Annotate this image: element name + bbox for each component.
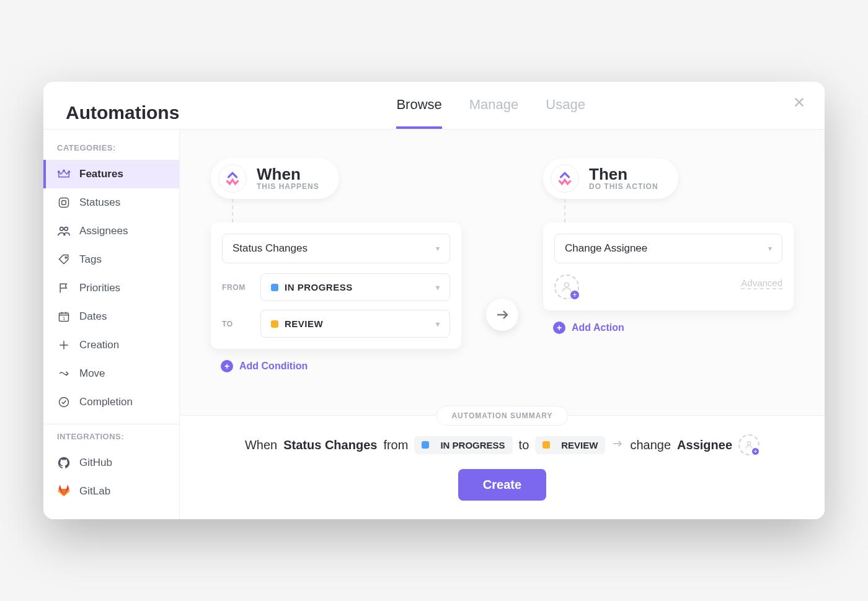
sidebar-item-move[interactable]: Move [43,359,179,388]
modal-body: CATEGORIES: Features Statuses Assignees [43,129,825,519]
add-condition-label: Add Condition [239,361,308,372]
automation-builder: When THIS HAPPENS Status Changes ▾ FROM [180,129,825,519]
flag-icon [57,281,71,295]
sidebar-item-label: Tags [79,253,102,266]
gitlab-icon [57,485,71,498]
close-button[interactable] [792,95,806,112]
sidebar-item-dates[interactable]: 1 Dates [43,302,179,331]
assignees-icon [57,224,71,238]
chevron-down-icon: ▾ [436,283,440,292]
arrow-right-icon [611,437,624,453]
trigger-card: Status Changes ▾ FROM IN PROGRESS ▾ [211,222,461,349]
summary-to: to [519,438,529,452]
to-label: TO [222,320,252,328]
summary-to-status: REVIEW [561,440,598,450]
summary-assignee: Assignee [677,438,732,452]
summary-line: When Status Changes from IN PROGRESS to … [205,428,800,455]
trigger-to-action-arrow [486,299,518,331]
page-title: Automations [66,102,179,123]
clickup-logo-icon [551,164,579,193]
chevron-down-icon: ▾ [768,244,772,253]
status-color-dot [422,441,429,449]
close-icon [792,95,806,109]
tab-browse[interactable]: Browse [396,97,441,129]
when-subtitle: THIS HAPPENS [257,182,319,191]
create-button[interactable]: Create [458,469,546,501]
sidebar-item-statuses[interactable]: Statuses [43,188,179,217]
status-color-dot [271,284,278,291]
when-header-pill: When THIS HAPPENS [211,158,339,199]
clickup-logo-icon [218,164,247,193]
summary-badge: AUTOMATION SUMMARY [436,406,568,426]
action-select-value: Change Assignee [565,242,647,255]
then-column: Then DO THIS ACTION Change Assignee ▾ [543,158,794,334]
sidebar-categories-label: CATEGORIES: [43,143,179,160]
add-action-button[interactable]: + Add Action [553,322,624,334]
github-icon [57,456,71,470]
add-action-label: Add Action [572,322,624,333]
svg-point-8 [64,227,68,231]
then-title: Then [589,166,658,182]
summary-trigger: Status Changes [283,438,377,452]
check-circle-icon [57,395,71,409]
sidebar-item-priorities[interactable]: Priorities [43,274,179,302]
sidebar-item-label: Creation [79,339,119,351]
add-condition-button[interactable]: + Add Condition [221,360,308,372]
sidebar-item-completion[interactable]: Completion [43,388,179,416]
from-status-value: IN PROGRESS [285,282,353,292]
trigger-select-value: Status Changes [232,242,308,255]
from-status-select[interactable]: IN PROGRESS ▾ [260,273,450,301]
sidebar-item-label: Dates [79,310,107,323]
svg-rect-6 [62,201,66,205]
sidebar-item-features[interactable]: Features [43,160,179,188]
plus-circle-icon: + [553,322,565,334]
chevron-down-icon: ▾ [436,320,440,328]
plus-badge-icon: + [569,289,580,300]
tags-icon [57,253,71,266]
connector-line [232,199,233,222]
from-label: FROM [222,283,252,292]
sidebar-item-creation[interactable]: Creation [43,331,179,359]
sidebar-item-gitlab[interactable]: GitLab [43,477,179,506]
connector-line [564,199,565,222]
assignee-picker[interactable]: + [554,274,579,299]
sidebar-integrations-label: INTEGRATIONS: [43,432,179,449]
summary-from-status: IN PROGRESS [440,440,505,450]
header-tabs: Browse Manage Usage [396,97,585,129]
svg-text:1: 1 [63,315,65,321]
sidebar-item-label: Priorities [79,282,120,294]
summary-from: from [383,438,408,452]
svg-rect-5 [60,198,69,208]
modal-header: Automations Browse Manage Usage [43,82,825,129]
to-status-select[interactable]: REVIEW ▾ [260,310,450,338]
svg-point-12 [60,398,69,407]
then-header-pill: Then DO THIS ACTION [543,158,678,199]
sidebar-item-github[interactable]: GitHub [43,449,179,477]
calendar-icon: 1 [57,310,71,323]
plus-badge-icon: + [751,447,760,456]
automations-modal: Automations Browse Manage Usage CATEGORI… [43,82,825,519]
to-status-value: REVIEW [285,318,323,329]
advanced-link[interactable]: Advanced [741,278,782,289]
summary-when: When [245,438,277,452]
sidebar-item-tags[interactable]: Tags [43,245,179,274]
assignee-picker[interactable]: + [738,434,760,455]
builder-columns: When THIS HAPPENS Status Changes ▾ FROM [180,129,825,415]
sidebar-item-label: Statuses [79,196,120,209]
tab-usage[interactable]: Usage [546,97,585,129]
plus-circle-icon: + [221,360,233,372]
sidebar-item-label: Move [79,367,105,380]
svg-point-7 [60,227,64,231]
trigger-select[interactable]: Status Changes ▾ [222,234,450,263]
action-select[interactable]: Change Assignee ▾ [554,234,782,263]
tab-manage[interactable]: Manage [469,97,519,129]
svg-point-14 [747,442,750,445]
status-icon [57,196,71,209]
sidebar-item-assignees[interactable]: Assignees [43,217,179,245]
status-color-dot [542,441,550,449]
sidebar-item-label: Assignees [79,225,128,237]
move-icon [57,367,71,380]
sidebar-item-label: GitHub [79,457,112,469]
status-color-dot [271,320,278,328]
svg-point-9 [65,257,67,258]
